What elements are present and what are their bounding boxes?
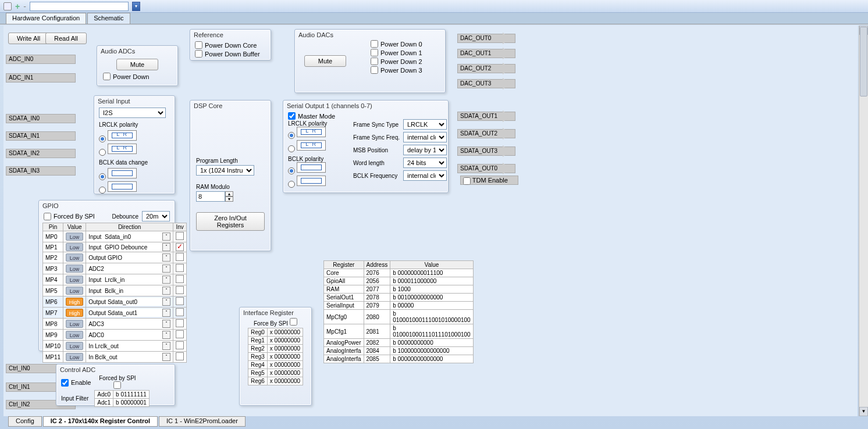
gpio-value-toggle[interactable]: Low xyxy=(66,320,83,328)
gpio-value-toggle[interactable]: High xyxy=(66,298,83,306)
dac-pd-2[interactable] xyxy=(371,58,378,65)
gpio-direction[interactable] xyxy=(88,320,162,328)
dac-pd-1[interactable] xyxy=(371,49,378,56)
read-all-button[interactable]: Read All xyxy=(45,33,87,44)
address-combo[interactable] xyxy=(30,2,129,11)
scroll-thumb[interactable] xyxy=(860,27,867,96)
dropdown-icon[interactable]: ˅ xyxy=(162,320,170,328)
tdm-enable-checkbox[interactable] xyxy=(463,177,471,185)
gpio-value-toggle[interactable]: Low xyxy=(66,243,83,251)
gpio-row[interactable]: MP2Low˅ xyxy=(43,252,187,263)
gpio-invert[interactable] xyxy=(176,264,184,272)
so-bclk-opt1[interactable] xyxy=(288,167,295,174)
gpio-direction[interactable] xyxy=(88,243,162,251)
gpio-forced-spi[interactable] xyxy=(44,213,51,220)
gpio-row[interactable]: MP7High˅ xyxy=(43,308,187,319)
si-lrclk-opt1[interactable] xyxy=(99,135,106,142)
dsp-ram-modulo[interactable]: ▲▼ xyxy=(190,191,239,202)
dropdown-icon[interactable]: ˅ xyxy=(162,331,170,339)
gpio-row[interactable]: MP6High˅ xyxy=(43,296,187,308)
dac-mute-button[interactable]: Mute xyxy=(304,55,346,67)
register-row[interactable]: MpCfg12081b 010001000111011101000100 xyxy=(324,324,474,339)
si-bclk-opt2[interactable] xyxy=(99,187,106,194)
gpio-row[interactable]: MP5Low˅ xyxy=(43,285,187,296)
gpio-direction[interactable] xyxy=(88,309,162,317)
gpio-row[interactable]: MP4Low˅ xyxy=(43,274,187,285)
gpio-value-toggle[interactable]: High xyxy=(66,309,83,317)
register-row[interactable]: SerialInput2079b 00000 xyxy=(324,302,474,310)
adc-mute-button[interactable]: Mute xyxy=(116,59,158,70)
bottom-tab[interactable]: IC 1 - WinE2PromLoader xyxy=(159,416,246,427)
vertical-scrollbar[interactable]: ▲ ▼ xyxy=(859,26,868,416)
spin-down-icon[interactable]: ▼ xyxy=(225,196,233,202)
serial-out-param[interactable]: 24 bits xyxy=(403,158,447,168)
dropdown-icon[interactable]: ˅ xyxy=(162,353,170,361)
dropdown-icon[interactable]: ˅ xyxy=(162,276,170,284)
gpio-direction[interactable] xyxy=(88,342,162,350)
bottom-tab[interactable]: Config xyxy=(8,416,42,427)
serial-input-format[interactable]: I2S xyxy=(99,108,166,118)
gpio-direction[interactable] xyxy=(88,276,162,284)
gpio-value-toggle[interactable]: Low xyxy=(66,353,83,361)
dropdown-icon[interactable]: ˅ xyxy=(162,233,170,241)
serial-out-param[interactable]: LRCLK xyxy=(403,119,447,130)
tdm-enable[interactable]: TDM Enable xyxy=(460,176,518,185)
gpio-invert[interactable] xyxy=(176,286,184,294)
gpio-value-toggle[interactable]: Low xyxy=(66,253,83,262)
dropdown-icon[interactable]: ▾ xyxy=(132,2,140,11)
serial-out-param[interactable]: internal clock/1 xyxy=(403,170,447,181)
register-row[interactable]: AnalogPower2082b 00000000000 xyxy=(324,339,474,347)
dropdown-icon[interactable]: ˅ xyxy=(162,243,170,251)
gpio-value-toggle[interactable]: Low xyxy=(66,264,83,273)
tab-hardware[interactable]: Hardware Configuration xyxy=(6,13,86,24)
gpio-invert[interactable] xyxy=(176,297,184,305)
dropdown-icon[interactable]: ˅ xyxy=(162,342,170,350)
so-lrclk-opt1[interactable] xyxy=(288,132,295,139)
ctrl-adc-enable[interactable] xyxy=(61,379,69,387)
ref-pd-buffer[interactable] xyxy=(195,50,202,58)
gpio-row[interactable]: MP1Low˅ xyxy=(43,242,187,252)
dropdown-icon[interactable]: ˅ xyxy=(162,298,170,306)
so-lrclk-opt2[interactable] xyxy=(288,145,295,152)
gpio-row[interactable]: MP8Low˅ xyxy=(43,319,187,330)
gpio-direction[interactable] xyxy=(88,264,162,273)
gpio-debounce[interactable]: 20ms xyxy=(142,211,170,221)
add-icon[interactable]: + xyxy=(15,2,20,11)
ref-pd-core[interactable] xyxy=(195,41,202,49)
ctrl-adc-forced[interactable] xyxy=(113,381,121,389)
gpio-row[interactable]: MP3Low˅ xyxy=(43,263,187,274)
write-all-button[interactable]: Write All xyxy=(8,33,49,44)
gpio-value-toggle[interactable]: Low xyxy=(66,276,83,284)
dropdown-icon[interactable]: ˅ xyxy=(162,253,170,262)
register-row[interactable]: SerialOut12078b 00100000000000 xyxy=(324,294,474,302)
gpio-invert[interactable] xyxy=(176,243,184,251)
si-bclk-opt1[interactable] xyxy=(99,173,106,180)
tab-schematic[interactable]: Schematic xyxy=(87,13,130,24)
register-row[interactable]: AnalogInterfa2085b 00000000000000 xyxy=(324,355,474,363)
canvas[interactable]: Write All Read All ADC_IN0ADC_IN1SDATA_I… xyxy=(3,26,858,416)
register-row[interactable]: RAM2077b 1000 xyxy=(324,285,474,294)
master-mode-checkbox[interactable] xyxy=(288,112,296,120)
gpio-value-toggle[interactable]: Low xyxy=(66,287,83,295)
dropdown-icon[interactable]: ˅ xyxy=(162,264,170,273)
serial-out-param[interactable]: delay by 1 xyxy=(403,145,447,155)
gpio-invert[interactable] xyxy=(176,253,184,261)
dropdown-icon[interactable]: ˅ xyxy=(162,287,170,295)
gpio-invert[interactable] xyxy=(176,308,184,316)
gpio-row[interactable]: MP9Low˅ xyxy=(43,330,187,341)
register-row[interactable]: GpioAll2056b 000011000000 xyxy=(324,277,474,285)
gpio-invert[interactable] xyxy=(176,341,184,349)
gpio-value-toggle[interactable]: Low xyxy=(66,233,83,241)
dsp-prog-length[interactable]: 1x (1024 Instructi xyxy=(196,165,254,176)
serial-out-param[interactable]: internal clock/1 xyxy=(403,132,447,142)
scroll-down-icon[interactable]: ▼ xyxy=(859,407,868,416)
gpio-invert[interactable] xyxy=(176,319,184,327)
zero-registers-button[interactable]: Zero In/Out Registers xyxy=(196,212,265,231)
gpio-direction[interactable] xyxy=(88,298,162,306)
dac-pd-3[interactable] xyxy=(371,66,378,74)
gpio-direction[interactable] xyxy=(88,331,162,339)
bottom-tab[interactable]: IC 2 - 170x\140x Register Control xyxy=(43,416,158,427)
gpio-invert[interactable] xyxy=(176,232,184,240)
gpio-direction[interactable] xyxy=(88,233,162,241)
spin-up-icon[interactable]: ▲ xyxy=(225,191,233,196)
